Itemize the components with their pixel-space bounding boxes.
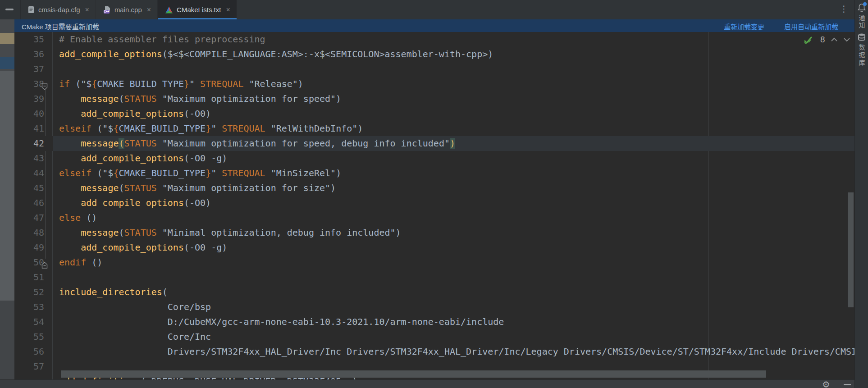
tab-cmakelists-txt[interactable]: CMakeLists.txt× [157, 0, 237, 19]
code-line-44[interactable]: 44elseif ("${CMAKE_BUILD_TYPE}" STREQUAL… [14, 166, 854, 181]
line-number: 48 [18, 225, 44, 240]
vertical-scrollbar-thumb[interactable] [848, 192, 854, 307]
code-text: D:/CubeMX/gcc-arm-none-eabi-10.3-2021.10… [59, 315, 504, 329]
stripe-mark-blue [0, 57, 14, 69]
line-number: 36 [18, 47, 44, 62]
code-line-42[interactable]: 42 message(STATUS "Maximum optimization … [14, 136, 854, 151]
line-number: 40 [18, 106, 44, 121]
code-text: message(STATUS "Maximum optimization for… [59, 91, 341, 106]
code-text: add_compile_options(-O0 -g) [59, 151, 227, 166]
code-line-37[interactable]: 37 [14, 62, 854, 77]
gear-icon[interactable]: ⚙ [822, 380, 830, 388]
code-text: else () [59, 210, 97, 225]
code-line-38[interactable]: 38if ("${CMAKE_BUILD_TYPE}" STREQUAL "Re… [14, 77, 854, 91]
code-line-48[interactable]: 48 message(STATUS "Minimal optimization,… [14, 225, 854, 240]
line-number: 50 [18, 255, 44, 270]
code-text: message(STATUS "Minimal optimization, de… [59, 225, 401, 240]
code-text: # Enable assembler files preprocessing [59, 32, 265, 47]
code-text: add_compile_options(-O0) [59, 196, 211, 210]
line-number: 46 [18, 196, 44, 210]
code-line-49[interactable]: 49 add_compile_options(-O0 -g) [14, 240, 854, 255]
tool-stripe-button-notifications[interactable]: 通知 [857, 3, 866, 30]
code-text: endif () [59, 255, 102, 270]
notification-badge [863, 2, 867, 6]
code-line-55[interactable]: 55 Core/Inc [14, 329, 854, 344]
code-line-54[interactable]: 54 D:/CubeMX/gcc-arm-none-eabi-10.3-2021… [14, 315, 854, 329]
more-options-icon[interactable]: ⋮ [840, 4, 848, 14]
line-number: 45 [18, 181, 44, 196]
line-number: 57 [18, 359, 44, 374]
left-analysis-stripe[interactable] [0, 19, 14, 379]
hide-panel-icon[interactable] [844, 384, 851, 385]
editor-tab-bar: cmsis-dap.cfg×C++main.cpp×CMakeLists.txt… [0, 0, 868, 19]
database-icon [857, 33, 866, 42]
code-line-39[interactable]: 39 message(STATUS "Maximum optimization … [14, 91, 854, 106]
enable-auto-reload-link[interactable]: 启用自动重新加载 [784, 22, 838, 31]
code-line-51[interactable]: 51 [14, 270, 854, 285]
code-text: add_compile_options(-O0) [59, 106, 211, 121]
line-number: 53 [18, 300, 44, 315]
cmake-reload-banner: CMake 项目需要重新加载 重新加载变更启用自动重新加载 [14, 19, 854, 33]
bell-icon [857, 3, 866, 12]
close-icon[interactable]: × [226, 6, 230, 14]
code-text: Drivers/STM32F4xx_HAL_Driver/Inc Drivers… [59, 344, 854, 359]
line-number: 38 [18, 77, 44, 91]
code-line-45[interactable]: 45 message(STATUS "Maximum optimization … [14, 181, 854, 196]
line-number: 49 [18, 240, 44, 255]
code-text: message(STATUS "Maximum optimization for… [59, 181, 336, 196]
tab-cmsis-dap-cfg[interactable]: cmsis-dap.cfg× [20, 0, 96, 19]
code-line-40[interactable]: 40 add_compile_options(-O0) [14, 106, 854, 121]
code-line-50[interactable]: 50endif () [14, 255, 854, 270]
line-number: 39 [18, 91, 44, 106]
code-line-56[interactable]: 56 Drivers/STM32F4xx_HAL_Driver/Inc Driv… [14, 344, 854, 359]
cmake-file-icon [165, 6, 173, 14]
line-number: 54 [18, 315, 44, 329]
vertical-scrollbar[interactable] [848, 32, 854, 379]
code-text: elseif ("${CMAKE_BUILD_TYPE}" STREQUAL "… [59, 166, 341, 181]
horizontal-scrollbar-thumb[interactable] [61, 370, 766, 378]
config-file-icon [28, 6, 35, 14]
code-text: include_directories( [59, 285, 168, 300]
code-line-47[interactable]: 47else () [14, 210, 854, 225]
close-icon[interactable]: × [85, 6, 89, 14]
tool-stripe-label: 数据库 [857, 44, 866, 67]
code-editor[interactable]: 35# Enable assembler files preprocessing… [14, 32, 854, 379]
line-number: 41 [18, 121, 44, 136]
code-text: Core/bsp [59, 300, 211, 315]
code-text: add_compile_options(-O0 -g) [59, 240, 227, 255]
code-text: if ("${CMAKE_BUILD_TYPE}" STREQUAL "Rele… [59, 77, 303, 91]
status-bar: ⚙ [0, 379, 854, 388]
code-line-53[interactable]: 53 Core/bsp [14, 300, 854, 315]
checks-passed-icon [803, 35, 815, 44]
tab-main-cpp[interactable]: C++main.cpp× [96, 0, 157, 19]
line-number: 44 [18, 166, 44, 181]
close-icon[interactable]: × [147, 6, 151, 14]
stripe-mark-tan [0, 33, 14, 44]
tab-label: main.cpp [114, 6, 142, 14]
right-tool-stripe: 通知数据库 [854, 0, 868, 388]
code-line-35[interactable]: 35# Enable assembler files preprocessing [14, 32, 854, 47]
minimize-icon[interactable] [5, 9, 14, 10]
previous-problem-icon[interactable] [831, 37, 838, 42]
line-number: 51 [18, 270, 44, 285]
fold-marker-icon[interactable] [41, 259, 48, 266]
line-number: 35 [18, 32, 44, 47]
fold-marker-icon[interactable] [41, 80, 48, 88]
code-text: elseif ("${CMAKE_BUILD_TYPE}" STREQUAL "… [59, 121, 363, 136]
left-scrollbar-thumb[interactable] [0, 71, 14, 301]
tool-stripe-button-database[interactable]: 数据库 [857, 33, 866, 67]
code-line-52[interactable]: 52include_directories( [14, 285, 854, 300]
banner-message: CMake 项目需要重新加载 [22, 22, 99, 31]
horizontal-scrollbar[interactable] [53, 370, 847, 378]
left-scrollbar-track [0, 301, 14, 379]
inspections-widget[interactable]: 8 [803, 34, 850, 46]
banner-actions: 重新加载变更启用自动重新加载 [724, 22, 838, 31]
code-line-46[interactable]: 46 add_compile_options(-O0) [14, 196, 854, 210]
code-line-41[interactable]: 41elseif ("${CMAKE_BUILD_TYPE}" STREQUAL… [14, 121, 854, 136]
tab-label: cmsis-dap.cfg [38, 6, 80, 14]
line-number: 52 [18, 285, 44, 300]
tab-label: CMakeLists.txt [177, 6, 221, 14]
code-line-43[interactable]: 43 add_compile_options(-O0 -g) [14, 151, 854, 166]
reload-changes-link[interactable]: 重新加载变更 [724, 22, 764, 31]
code-line-36[interactable]: 36add_compile_options($<$<COMPILE_LANGUA… [14, 47, 854, 62]
